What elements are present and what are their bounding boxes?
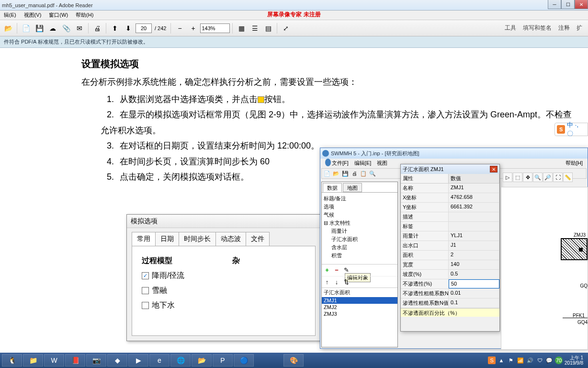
groundwater-checkbox-row[interactable]: 地下水 xyxy=(142,300,184,310)
subcatchment-shape[interactable] xyxy=(561,238,588,260)
tray-flag-icon[interactable]: ⚑ xyxy=(507,356,515,364)
open-icon[interactable]: 📂 xyxy=(332,169,340,178)
swmm-menu-help[interactable]: 帮助[H] xyxy=(563,159,586,168)
zoom-out-icon[interactable]: − xyxy=(173,22,186,34)
conduit-line[interactable] xyxy=(563,318,588,318)
extend-link[interactable]: 扩 xyxy=(577,24,582,32)
swmm-menu-view[interactable]: 视图 xyxy=(374,159,390,168)
select-icon[interactable]: ⬚ xyxy=(513,172,522,182)
fullscreen-icon[interactable]: ⤢ xyxy=(280,22,292,34)
data-tree[interactable]: 标题/备注 选项 气候 ⊟ 水文特性 雨量计 子汇水面积 含水层 积雪 xyxy=(322,193,397,264)
swmm-menu-file[interactable]: 文件[F] xyxy=(329,159,351,168)
rainfall-checkbox-row[interactable]: ✓降雨/径流 xyxy=(142,271,184,281)
map-tab[interactable]: 地图 xyxy=(343,183,362,192)
comment-link[interactable]: 注释 xyxy=(558,24,570,32)
menu-view[interactable]: 视图(V) xyxy=(20,11,45,20)
extent-icon[interactable]: ⛶ xyxy=(553,172,563,182)
page-input[interactable] xyxy=(136,23,152,33)
tray-sogou-icon[interactable]: S xyxy=(488,356,496,364)
ppt-icon[interactable]: P xyxy=(213,354,233,367)
ime-indicator[interactable]: S 中 ·, 〇 xyxy=(554,123,588,136)
clock[interactable]: 上午 1 2019/9/8 xyxy=(565,355,583,366)
pan-icon[interactable]: ✥ xyxy=(523,172,532,182)
tree-item[interactable]: 雨量计 xyxy=(324,227,396,235)
qq-icon[interactable]: 🐧 xyxy=(2,354,22,367)
minimize-button[interactable]: ─ xyxy=(548,0,561,9)
menu-window[interactable]: 窗口(W) xyxy=(45,11,72,20)
tab-dates[interactable]: 日期 xyxy=(155,232,179,246)
swmm-task-icon[interactable]: 🔵 xyxy=(234,354,254,367)
tree-item[interactable]: 气候 xyxy=(324,211,396,219)
tab-general[interactable]: 常用 xyxy=(132,232,156,246)
swmm-menu-edit[interactable]: 编辑[E] xyxy=(351,159,374,168)
down-icon[interactable]: ↓ xyxy=(333,279,340,286)
menu-edit[interactable]: 辑(E) xyxy=(0,11,20,20)
tree-item[interactable]: 选项 xyxy=(324,203,396,211)
save-icon[interactable]: 💾 xyxy=(33,22,45,34)
snowmelt-checkbox-row[interactable]: 雪融 xyxy=(142,286,184,296)
zoomin-icon[interactable]: 🔍 xyxy=(533,172,543,182)
tree-item[interactable]: 标题/备注 xyxy=(324,195,396,203)
tree-item[interactable]: 积雪 xyxy=(324,252,396,260)
mail-icon[interactable]: ✉ xyxy=(73,22,86,34)
sort-icon[interactable]: ⇅ xyxy=(343,279,350,286)
next-page-icon[interactable]: ⬇ xyxy=(122,22,135,34)
up-icon[interactable]: ↑ xyxy=(324,279,330,286)
tray-shield-icon[interactable]: 🛡 xyxy=(536,356,543,364)
tree-item[interactable]: 子汇水面积 xyxy=(324,235,396,243)
list-item[interactable]: ZMJ3 xyxy=(322,310,397,317)
close-button[interactable]: ✕ xyxy=(575,0,588,9)
tab-timesteps[interactable]: 时间步长 xyxy=(179,232,216,246)
folder-icon[interactable]: 📂 xyxy=(192,354,212,367)
map-canvas[interactable]: ZMJ3 GQ PFK1 GQ4 xyxy=(501,187,588,350)
menu-help[interactable]: 帮助(H) xyxy=(72,11,97,20)
zoomout-icon[interactable]: 🔎 xyxy=(543,172,553,182)
remove-icon[interactable]: − xyxy=(333,267,340,274)
add-icon[interactable]: + xyxy=(324,267,330,274)
tray-battery-icon[interactable]: 70 xyxy=(555,356,563,364)
zoom-select[interactable] xyxy=(200,23,230,33)
data-tab[interactable]: 数据 xyxy=(323,183,342,192)
camera-icon[interactable]: 📷 xyxy=(86,354,106,367)
attach-icon[interactable]: 📎 xyxy=(60,22,72,34)
word-icon[interactable]: W xyxy=(44,354,64,367)
tab-dynamic[interactable]: 动态波 xyxy=(215,232,246,246)
pdf-task-icon[interactable]: 📕 xyxy=(65,354,85,367)
ie-icon[interactable]: e xyxy=(149,354,170,367)
tool1-icon[interactable]: ▦ xyxy=(235,22,248,34)
print-icon[interactable]: 🖨 xyxy=(91,22,103,34)
tools-link[interactable]: 工具 xyxy=(505,24,516,32)
tree-item[interactable]: 含水层 xyxy=(324,243,396,252)
tray-up-icon[interactable]: ▲ xyxy=(498,356,505,364)
paint-icon[interactable]: 🎨 xyxy=(283,354,304,367)
close-icon[interactable]: ✕ xyxy=(490,166,498,172)
app-icon[interactable]: ◆ xyxy=(107,354,127,367)
node-icon[interactable] xyxy=(579,248,583,252)
export-icon[interactable]: 📄 xyxy=(20,22,32,34)
find-icon[interactable]: 🔍 xyxy=(368,169,377,178)
maximize-button[interactable]: ☐ xyxy=(561,0,575,9)
new-icon[interactable]: 📄 xyxy=(323,169,331,178)
copy-icon[interactable]: 📋 xyxy=(359,169,368,178)
fill-sign-link[interactable]: 填写和签名 xyxy=(523,24,552,32)
print-icon[interactable]: 🖨 xyxy=(350,169,359,178)
tray-vol-icon[interactable]: 🔊 xyxy=(526,356,534,364)
measure-icon[interactable]: 📏 xyxy=(563,172,573,182)
list-item[interactable]: ZMJ2 xyxy=(322,304,397,310)
browser-icon[interactable]: 🌐 xyxy=(170,354,191,367)
cloud-icon[interactable]: ☁ xyxy=(46,22,59,34)
zoom-in-icon[interactable]: + xyxy=(187,22,199,34)
tray-net-icon[interactable]: 📶 xyxy=(517,356,524,364)
save-icon[interactable]: 💾 xyxy=(341,169,350,178)
video-icon[interactable]: ▶ xyxy=(128,354,148,367)
explorer-icon[interactable]: 📁 xyxy=(23,354,43,367)
tab-files[interactable]: 文件 xyxy=(246,232,270,246)
tool3-icon[interactable]: ▤ xyxy=(262,22,274,34)
tool2-icon[interactable]: ☰ xyxy=(249,22,261,34)
list-item[interactable]: ZMJ1 xyxy=(322,297,397,304)
tray-msg-icon[interactable]: 💬 xyxy=(545,356,553,364)
pointer-icon[interactable]: ▷ xyxy=(503,172,512,182)
open-icon[interactable]: 📂 xyxy=(2,22,14,34)
edit-icon[interactable]: ✎ xyxy=(343,267,350,274)
prev-page-icon[interactable]: ⬆ xyxy=(109,22,121,34)
